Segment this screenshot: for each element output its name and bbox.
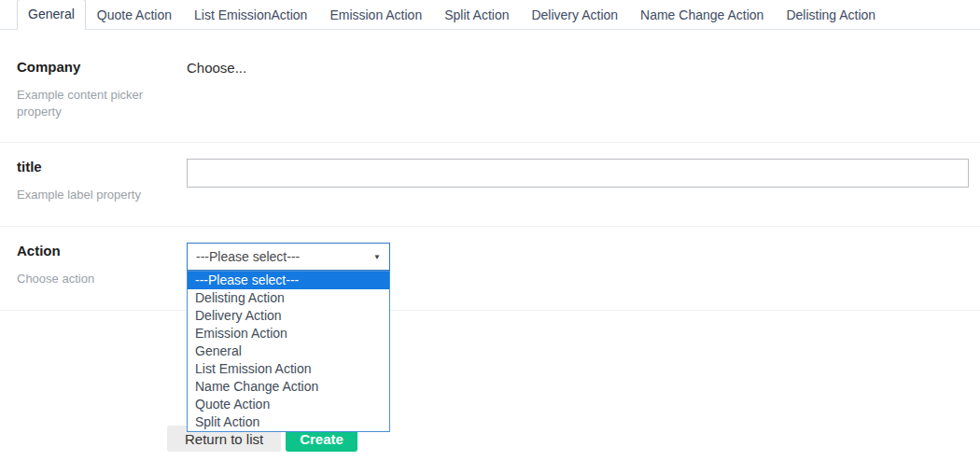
tab-list-emissionaction[interactable]: List EmissionAction — [183, 1, 318, 29]
dropdown-option-emission-action[interactable]: Emission Action — [188, 325, 389, 342]
tab-general[interactable]: General — [17, 0, 86, 30]
company-control-column: Choose... — [187, 59, 969, 142]
company-description: Example content picker property — [17, 87, 161, 120]
action-label-column: Action Choose action — [17, 243, 187, 310]
company-choose-link[interactable]: Choose... — [187, 60, 246, 76]
field-row-company: Company Example content picker property … — [0, 30, 980, 143]
caret-down-icon: ▼ — [373, 253, 381, 261]
action-description: Choose action — [17, 271, 161, 287]
action-select[interactable]: ---Please select--- ▼ — [187, 243, 390, 271]
dropdown-option-list-emission-action[interactable]: List Emission Action — [188, 360, 389, 378]
title-description: Example label property — [17, 187, 161, 203]
dropdown-option-split-action[interactable]: Split Action — [188, 413, 389, 431]
field-row-title: title Example label property — [0, 143, 980, 227]
tab-delisting-action[interactable]: Delisting Action — [775, 1, 887, 29]
action-label: Action — [17, 243, 187, 258]
action-select-wrap: ---Please select--- ▼ ---Please select--… — [187, 243, 390, 271]
title-label: title — [17, 159, 187, 175]
title-input[interactable] — [187, 159, 969, 188]
form-body: Company Example content picker property … — [0, 30, 980, 452]
dropdown-option-name-change-action[interactable]: Name Change Action — [188, 378, 389, 396]
form-footer: Return to list Create — [0, 426, 980, 452]
field-row-action: Action Choose action ---Please select---… — [0, 227, 980, 311]
tab-delivery-action[interactable]: Delivery Action — [520, 1, 629, 29]
tab-name-change-action[interactable]: Name Change Action — [629, 1, 775, 29]
dropdown-option-general[interactable]: General — [188, 342, 389, 360]
action-select-value: ---Please select--- — [196, 249, 300, 264]
tab-emission-action[interactable]: Emission Action — [318, 1, 433, 29]
tab-bar: General Quote Action List EmissionAction… — [0, 0, 980, 30]
tab-split-action[interactable]: Split Action — [433, 1, 520, 29]
tab-quote-action[interactable]: Quote Action — [86, 1, 183, 29]
title-control-column — [187, 159, 969, 226]
company-label: Company — [17, 59, 187, 75]
dropdown-option-delisting-action[interactable]: Delisting Action — [188, 289, 389, 307]
company-label-column: Company Example content picker property — [17, 59, 187, 142]
title-label-column: title Example label property — [17, 159, 187, 226]
dropdown-option-delivery-action[interactable]: Delivery Action — [188, 307, 389, 325]
dropdown-option-quote-action[interactable]: Quote Action — [188, 396, 389, 413]
action-control-column: ---Please select--- ▼ ---Please select--… — [187, 243, 969, 310]
action-dropdown-list: ---Please select--- Delisting Action Del… — [187, 271, 390, 432]
dropdown-option-please-select[interactable]: ---Please select--- — [188, 272, 389, 289]
